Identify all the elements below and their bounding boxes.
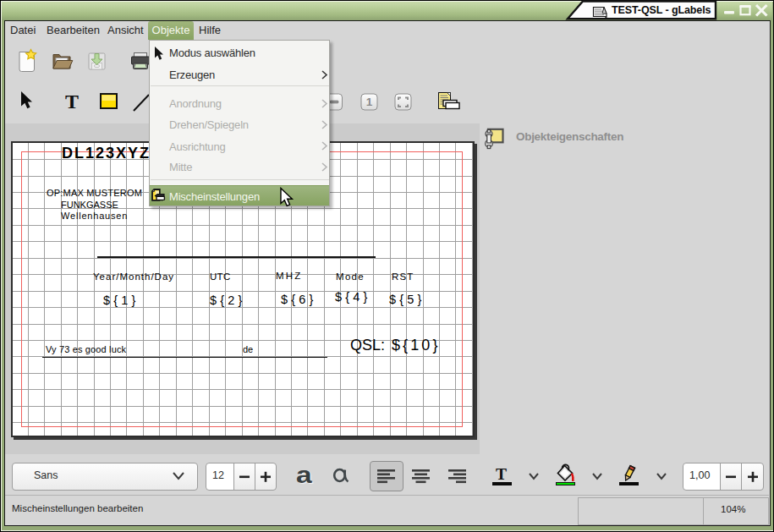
svg-text:1: 1	[366, 96, 373, 108]
